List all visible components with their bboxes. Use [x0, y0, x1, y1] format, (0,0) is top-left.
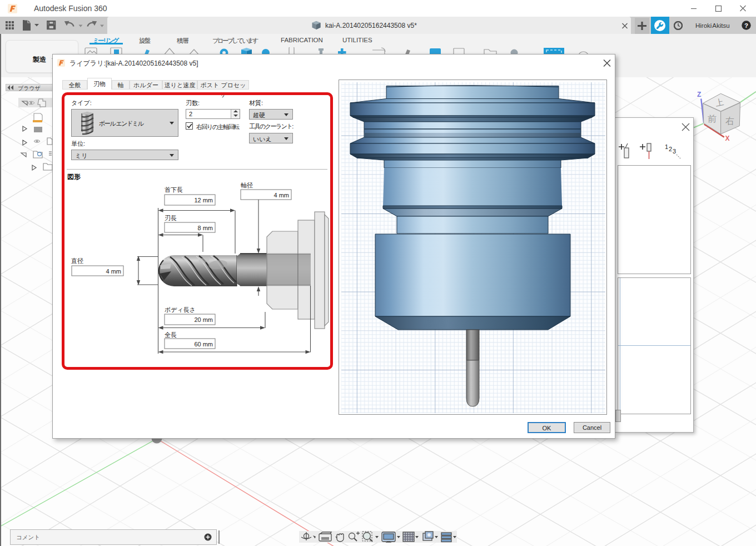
svg-text:X: X [725, 135, 730, 142]
svg-text:直径: 直径 [71, 257, 83, 264]
svg-text:刃長: 刃長 [165, 215, 177, 221]
svg-text:4 mm: 4 mm [274, 192, 290, 198]
svg-text:軸径: 軸径 [241, 182, 253, 188]
svg-text:右: 右 [725, 116, 734, 126]
svg-text:4 mm: 4 mm [106, 268, 122, 275]
svg-text:2: 2 [669, 146, 672, 152]
svg-text:12 mm: 12 mm [194, 197, 213, 203]
svg-text:ボディ長さ: ボディ長さ [165, 306, 196, 313]
svg-text:前: 前 [708, 114, 717, 123]
svg-text:Z: Z [697, 91, 701, 98]
svg-text:20 mm: 20 mm [194, 316, 213, 323]
svg-text:全長: 全長 [165, 331, 177, 338]
svg-text:首下長: 首下長 [165, 186, 183, 193]
svg-text:1: 1 [665, 143, 668, 150]
svg-text:60 mm: 60 mm [194, 341, 213, 348]
svg-text:8 mm: 8 mm [198, 225, 213, 231]
svg-text:3: 3 [673, 148, 676, 155]
